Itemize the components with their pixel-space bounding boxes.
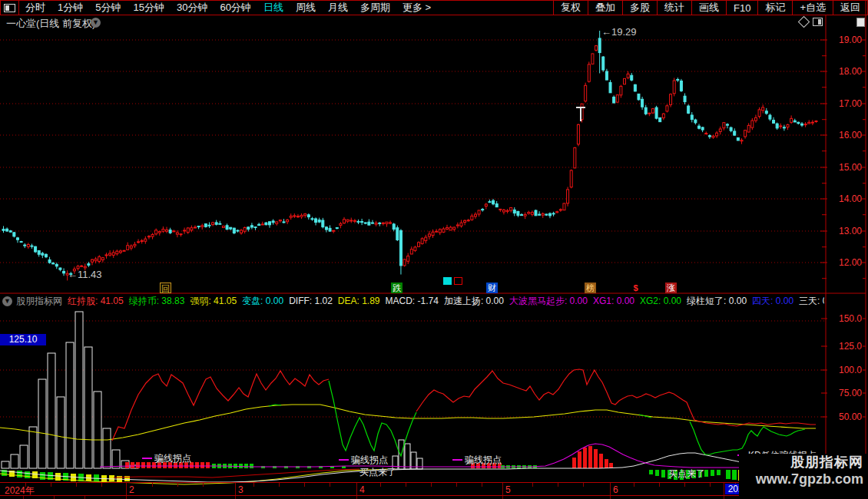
axis-major-tick: [126, 483, 127, 495]
indicator-field-5: DEA: 1.89: [338, 296, 380, 306]
annotation-dash: [339, 459, 349, 461]
tool-item-7[interactable]: +自选: [792, 1, 833, 15]
tool-item-6[interactable]: 标记: [757, 1, 792, 15]
axis-minor-tick: [583, 483, 584, 487]
tool-item-4[interactable]: 画线: [691, 1, 726, 15]
tool-item-5[interactable]: F10: [726, 1, 757, 15]
axis-major-tick: [724, 483, 724, 495]
axis-minor-tick: [152, 483, 153, 487]
axis-minor-tick: [710, 483, 711, 487]
bottom-strip-tick: [23, 496, 24, 499]
chart-canvas: [0, 0, 868, 499]
axis-minor-tick: [304, 483, 305, 487]
tool-item-3[interactable]: 统计: [657, 1, 691, 15]
split-window-icon[interactable]: [813, 18, 823, 26]
menu-item-1[interactable]: 1分钟: [51, 1, 89, 15]
indicator-field-0: 红持股: 41.05: [68, 296, 124, 306]
axis-minor-tick: [634, 483, 634, 487]
price-tick-label: 14.00: [822, 193, 862, 204]
indicator-annotation-1: 骗线拐点: [351, 454, 388, 467]
axis-minor-tick: [482, 483, 482, 487]
shortcut-hui[interactable]: 回: [160, 283, 171, 293]
bottom-strip-tick: [235, 496, 236, 499]
bottom-strip-tick: [610, 496, 611, 499]
low-price-annotation: ←11.43: [68, 269, 102, 280]
menu-item-8[interactable]: 月线: [322, 1, 354, 15]
bottom-strip-tick: [126, 496, 127, 499]
menu-item-3[interactable]: 15分钟: [127, 1, 170, 15]
indicator-tick-label: 125.0: [822, 341, 862, 352]
indicator-annotation-2: 买点来了: [359, 466, 396, 479]
indicator-field-9: XG1: 0.00: [593, 296, 634, 306]
tools-menu: 复权叠加多股统计画线F10标记+自选返回: [553, 1, 867, 15]
bottom-strip-tick: [502, 496, 503, 499]
axis-minor-tick: [456, 483, 457, 487]
axis-minor-tick: [279, 483, 280, 487]
price-tick-label: 18.00: [822, 66, 862, 77]
indicator-annotation-4: 买点来了: [668, 468, 705, 481]
menu-item-2[interactable]: 5分钟: [89, 1, 127, 15]
layout-icon[interactable]: [4, 4, 15, 12]
shortcut-dollar[interactable]: $: [630, 283, 641, 293]
price-tick-label: 13.00: [822, 226, 862, 236]
axis-minor-tick: [558, 483, 558, 487]
candlesticks: [2, 31, 817, 280]
axis-major-tick: [235, 483, 236, 495]
axis-minor-tick: [659, 483, 660, 487]
shortcut-cai[interactable]: 财: [486, 283, 498, 293]
label-layer: 19.0018.0017.0016.0015.0014.0013.0012.00…: [0, 0, 868, 499]
indicator-name: 股朋指标网: [16, 295, 62, 307]
axis-major-tick: [356, 483, 357, 495]
shortcut-die[interactable]: 跌: [391, 283, 403, 293]
tool-item-1[interactable]: 叠加: [588, 1, 622, 15]
axis-minor-tick: [406, 483, 406, 487]
indicator-tick-label: 100.0: [822, 365, 862, 375]
watermark-url: www.7gpzb.com: [739, 471, 863, 487]
menu-item-0[interactable]: 分时: [19, 1, 51, 15]
indicator-current-value: 125.10: [0, 334, 46, 345]
indicator-tick-label: 75.00: [822, 388, 862, 398]
menu-item-5[interactable]: 60分钟: [214, 1, 257, 15]
indicator-field-12: 四天: 0.00: [752, 296, 793, 306]
bottom-strip-tick: [356, 496, 357, 499]
tool-item-0[interactable]: 复权: [553, 1, 588, 15]
axis-minor-tick: [330, 483, 330, 487]
bottom-strip-tick: [84, 496, 85, 499]
tool-item-8[interactable]: 返回: [833, 1, 867, 15]
indicator-tick-label: 50.00: [822, 411, 862, 422]
bottom-strip: [0, 496, 868, 499]
menu-item-10[interactable]: 更多 >: [396, 1, 437, 15]
chevron-down-icon[interactable]: ▼: [2, 296, 12, 306]
shortcut-bang[interactable]: 榜: [585, 283, 596, 293]
date-axis[interactable]: 2024年234562025/0: [0, 482, 866, 496]
axis-minor-tick: [431, 483, 432, 487]
indicator-field-4: DIFF: 1.02: [289, 296, 333, 306]
mini-cyan-mark: [443, 277, 452, 285]
axis-label-1: 2: [129, 484, 134, 495]
menu-item-4[interactable]: 30分钟: [171, 1, 214, 15]
axis-minor-tick: [177, 483, 178, 487]
indicator-field-1: 绿持币: 38.83: [129, 296, 185, 306]
menu-item-7[interactable]: 周线: [290, 1, 322, 15]
axis-minor-tick: [101, 483, 102, 487]
menu-item-6[interactable]: 日线: [257, 1, 290, 15]
axis-minor-tick: [532, 483, 533, 487]
price-tick-label: 16.00: [822, 130, 862, 140]
indicator-annotation-0: 骗线拐点: [154, 452, 191, 465]
indicator-field-3: 变盘: 0.00: [242, 296, 283, 306]
menu-item-9[interactable]: 多周期: [354, 1, 396, 15]
price-tick-label: 15.00: [822, 162, 862, 173]
mini-red-mark: [454, 277, 462, 285]
period-menu: 分时1分钟5分钟15分钟30分钟60分钟日线周线月线多周期更多 >: [19, 1, 437, 15]
chart-titlebar: 一心堂(日线 前复权) ▼: [0, 16, 868, 29]
trading-terminal: 分时1分钟5分钟15分钟30分钟60分钟日线周线月线多周期更多 > 复权叠加多股…: [0, 0, 868, 499]
diamond-icon[interactable]: [798, 16, 810, 28]
window-icon[interactable]: [856, 18, 865, 27]
axis-major-tick: [502, 483, 503, 495]
indicator-field-13: 三天: 0.00: [799, 296, 824, 306]
axis-label-2: 3: [238, 484, 244, 495]
chevron-down-icon[interactable]: ▼: [91, 18, 101, 28]
tool-item-2[interactable]: 多股: [622, 1, 657, 15]
shortcut-zhang[interactable]: 涨: [665, 283, 677, 293]
annotation-dash: [142, 458, 152, 459]
